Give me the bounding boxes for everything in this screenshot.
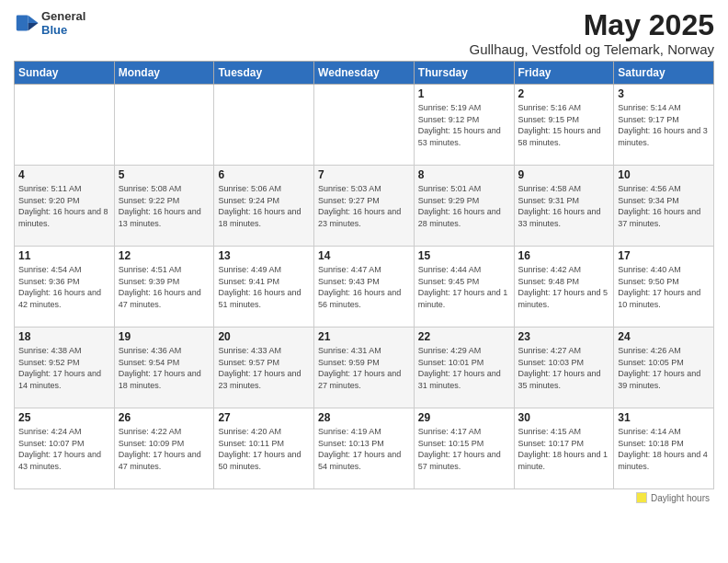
column-header-tuesday: Tuesday [214, 62, 314, 85]
column-header-thursday: Thursday [414, 62, 514, 85]
calendar-cell: 22Sunrise: 4:29 AM Sunset: 10:01 PM Dayl… [414, 327, 514, 408]
day-info: Sunrise: 4:26 AM Sunset: 10:05 PM Daylig… [618, 345, 710, 391]
day-number: 1 [418, 87, 510, 100]
calendar-week-3: 11Sunrise: 4:54 AM Sunset: 9:36 PM Dayli… [15, 247, 714, 327]
calendar-header-row: SundayMondayTuesdayWednesdayThursdayFrid… [15, 62, 714, 85]
legend-box [636, 492, 647, 503]
logo-text: General Blue [41, 9, 85, 37]
calendar-cell: 5Sunrise: 5:08 AM Sunset: 9:22 PM Daylig… [114, 166, 214, 247]
calendar-cell: 23Sunrise: 4:27 AM Sunset: 10:03 PM Dayl… [514, 327, 614, 408]
calendar-cell: 19Sunrise: 4:36 AM Sunset: 9:54 PM Dayli… [114, 327, 214, 408]
day-number: 20 [218, 330, 310, 343]
calendar-cell: 15Sunrise: 4:44 AM Sunset: 9:45 PM Dayli… [414, 247, 514, 327]
calendar-cell: 6Sunrise: 5:06 AM Sunset: 9:24 PM Daylig… [214, 166, 314, 247]
day-number: 7 [318, 168, 410, 181]
calendar-cell [15, 85, 115, 166]
header: General Blue May 2025 Gullhaug, Vestfold… [14, 9, 714, 57]
day-number: 14 [318, 249, 410, 262]
calendar-cell: 8Sunrise: 5:01 AM Sunset: 9:29 PM Daylig… [414, 166, 514, 247]
day-number: 4 [18, 168, 110, 181]
calendar-week-1: 1Sunrise: 5:19 AM Sunset: 9:12 PM Daylig… [15, 85, 714, 166]
calendar-cell: 1Sunrise: 5:19 AM Sunset: 9:12 PM Daylig… [414, 85, 514, 166]
day-info: Sunrise: 5:03 AM Sunset: 9:27 PM Dayligh… [318, 183, 410, 229]
calendar-cell [214, 85, 314, 166]
day-number: 25 [18, 411, 110, 424]
calendar-cell: 27Sunrise: 4:20 AM Sunset: 10:11 PM Dayl… [214, 408, 314, 489]
day-number: 18 [18, 330, 110, 343]
calendar-cell: 29Sunrise: 4:17 AM Sunset: 10:15 PM Dayl… [414, 408, 514, 489]
calendar-cell: 18Sunrise: 4:38 AM Sunset: 9:52 PM Dayli… [15, 327, 115, 408]
calendar-cell: 31Sunrise: 4:14 AM Sunset: 10:18 PM Dayl… [614, 408, 714, 489]
calendar-cell: 3Sunrise: 5:14 AM Sunset: 9:17 PM Daylig… [614, 85, 714, 166]
footer: Daylight hours [14, 492, 714, 503]
calendar-week-5: 25Sunrise: 4:24 AM Sunset: 10:07 PM Dayl… [15, 408, 714, 489]
day-info: Sunrise: 5:14 AM Sunset: 9:17 PM Dayligh… [618, 102, 710, 148]
calendar-cell: 20Sunrise: 4:33 AM Sunset: 9:57 PM Dayli… [214, 327, 314, 408]
day-info: Sunrise: 5:01 AM Sunset: 9:29 PM Dayligh… [418, 183, 510, 229]
logo: General Blue [14, 9, 85, 37]
column-header-monday: Monday [114, 62, 214, 85]
column-header-sunday: Sunday [15, 62, 115, 85]
day-info: Sunrise: 4:24 AM Sunset: 10:07 PM Daylig… [18, 426, 110, 472]
svg-marker-0 [28, 16, 38, 23]
day-number: 11 [18, 249, 110, 262]
day-info: Sunrise: 4:27 AM Sunset: 10:03 PM Daylig… [518, 345, 610, 391]
calendar-cell: 17Sunrise: 4:40 AM Sunset: 9:50 PM Dayli… [614, 247, 714, 327]
calendar-cell: 9Sunrise: 4:58 AM Sunset: 9:31 PM Daylig… [514, 166, 614, 247]
calendar-cell: 14Sunrise: 4:47 AM Sunset: 9:43 PM Dayli… [314, 247, 415, 327]
day-number: 21 [318, 330, 410, 343]
calendar-week-2: 4Sunrise: 5:11 AM Sunset: 9:20 PM Daylig… [15, 166, 714, 247]
svg-rect-2 [17, 16, 28, 31]
calendar-cell: 26Sunrise: 4:22 AM Sunset: 10:09 PM Dayl… [114, 408, 214, 489]
day-number: 6 [218, 168, 310, 181]
footer-legend-text: Daylight hours [651, 493, 710, 503]
day-number: 30 [518, 411, 610, 424]
title-block: May 2025 Gullhaug, Vestfold og Telemark,… [469, 9, 714, 57]
day-info: Sunrise: 4:40 AM Sunset: 9:50 PM Dayligh… [618, 264, 710, 310]
calendar-cell: 30Sunrise: 4:15 AM Sunset: 10:17 PM Dayl… [514, 408, 614, 489]
day-number: 9 [518, 168, 610, 181]
logo-general-text: General [41, 9, 85, 23]
day-info: Sunrise: 4:33 AM Sunset: 9:57 PM Dayligh… [218, 345, 310, 391]
day-number: 24 [618, 330, 710, 343]
page: General Blue May 2025 Gullhaug, Vestfold… [0, 0, 728, 563]
day-number: 27 [218, 411, 310, 424]
day-number: 19 [119, 330, 210, 343]
logo-icon [14, 10, 40, 36]
day-info: Sunrise: 5:11 AM Sunset: 9:20 PM Dayligh… [18, 183, 110, 229]
day-info: Sunrise: 4:58 AM Sunset: 9:31 PM Dayligh… [518, 183, 610, 229]
day-info: Sunrise: 4:17 AM Sunset: 10:15 PM Daylig… [418, 426, 510, 472]
calendar-cell: 2Sunrise: 5:16 AM Sunset: 9:15 PM Daylig… [514, 85, 614, 166]
column-header-saturday: Saturday [614, 62, 714, 85]
calendar-cell: 10Sunrise: 4:56 AM Sunset: 9:34 PM Dayli… [614, 166, 714, 247]
calendar-cell: 28Sunrise: 4:19 AM Sunset: 10:13 PM Dayl… [314, 408, 415, 489]
calendar-cell: 21Sunrise: 4:31 AM Sunset: 9:59 PM Dayli… [314, 327, 415, 408]
footer-legend: Daylight hours [636, 492, 710, 503]
calendar-cell: 24Sunrise: 4:26 AM Sunset: 10:05 PM Dayl… [614, 327, 714, 408]
day-number: 8 [418, 168, 510, 181]
column-header-friday: Friday [514, 62, 614, 85]
column-header-wednesday: Wednesday [314, 62, 415, 85]
day-info: Sunrise: 5:08 AM Sunset: 9:22 PM Dayligh… [119, 183, 210, 229]
day-number: 5 [119, 168, 210, 181]
day-number: 3 [618, 87, 710, 100]
day-number: 29 [418, 411, 510, 424]
day-number: 12 [119, 249, 210, 262]
day-info: Sunrise: 5:19 AM Sunset: 9:12 PM Dayligh… [418, 102, 510, 148]
calendar-cell [314, 85, 415, 166]
day-info: Sunrise: 4:47 AM Sunset: 9:43 PM Dayligh… [318, 264, 410, 310]
calendar-cell: 12Sunrise: 4:51 AM Sunset: 9:39 PM Dayli… [114, 247, 214, 327]
calendar-cell: 25Sunrise: 4:24 AM Sunset: 10:07 PM Dayl… [15, 408, 115, 489]
day-info: Sunrise: 4:19 AM Sunset: 10:13 PM Daylig… [318, 426, 410, 472]
day-number: 15 [418, 249, 510, 262]
calendar-cell: 16Sunrise: 4:42 AM Sunset: 9:48 PM Dayli… [514, 247, 614, 327]
day-info: Sunrise: 4:20 AM Sunset: 10:11 PM Daylig… [218, 426, 310, 472]
day-info: Sunrise: 4:31 AM Sunset: 9:59 PM Dayligh… [318, 345, 410, 391]
day-info: Sunrise: 4:36 AM Sunset: 9:54 PM Dayligh… [119, 345, 210, 391]
day-number: 22 [418, 330, 510, 343]
svg-marker-1 [28, 23, 38, 30]
day-number: 10 [618, 168, 710, 181]
day-info: Sunrise: 4:56 AM Sunset: 9:34 PM Dayligh… [618, 183, 710, 229]
day-info: Sunrise: 4:14 AM Sunset: 10:18 PM Daylig… [618, 426, 710, 472]
day-info: Sunrise: 5:06 AM Sunset: 9:24 PM Dayligh… [218, 183, 310, 229]
